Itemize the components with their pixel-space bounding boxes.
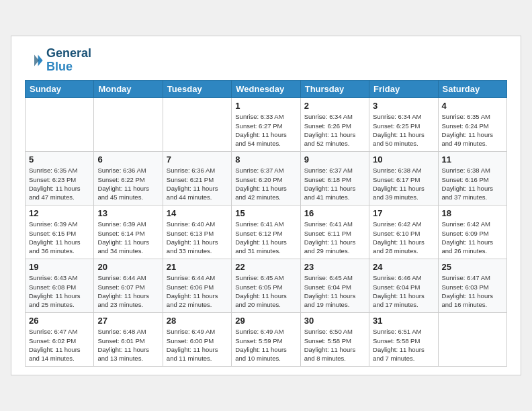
weekday-sunday: Sunday: [26, 81, 94, 98]
day-cell: 8Sunrise: 6:37 AM Sunset: 6:20 PM Daylig…: [232, 152, 300, 205]
day-cell: 26Sunrise: 6:47 AM Sunset: 6:02 PM Dayli…: [26, 313, 94, 367]
day-number: 23: [304, 262, 365, 272]
day-info: Sunrise: 6:44 AM Sunset: 6:07 PM Dayligh…: [97, 273, 159, 309]
logo-text: General Blue: [46, 47, 91, 74]
day-info: Sunrise: 6:44 AM Sunset: 6:06 PM Dayligh…: [167, 273, 228, 309]
day-info: Sunrise: 6:42 AM Sunset: 6:09 PM Dayligh…: [442, 220, 503, 255]
day-number: 28: [167, 316, 228, 326]
day-number: 30: [304, 316, 365, 326]
day-cell: 18Sunrise: 6:42 AM Sunset: 6:09 PM Dayli…: [438, 205, 506, 259]
day-number: 21: [167, 262, 228, 272]
day-number: 3: [373, 101, 434, 111]
day-number: 1: [235, 101, 296, 111]
day-cell: 2Sunrise: 6:34 AM Sunset: 6:26 PM Daylig…: [300, 98, 369, 152]
day-info: Sunrise: 6:43 AM Sunset: 6:08 PM Dayligh…: [29, 273, 90, 309]
day-number: 25: [442, 262, 503, 272]
day-info: Sunrise: 6:36 AM Sunset: 6:21 PM Dayligh…: [167, 166, 228, 201]
day-cell: 24Sunrise: 6:46 AM Sunset: 6:04 PM Dayli…: [369, 259, 438, 313]
day-cell: 12Sunrise: 6:39 AM Sunset: 6:15 PM Dayli…: [26, 205, 94, 259]
day-cell: 10Sunrise: 6:38 AM Sunset: 6:17 PM Dayli…: [369, 152, 438, 205]
day-number: 22: [235, 262, 296, 272]
day-info: Sunrise: 6:42 AM Sunset: 6:10 PM Dayligh…: [373, 220, 434, 255]
day-cell: 16Sunrise: 6:41 AM Sunset: 6:11 PM Dayli…: [300, 205, 369, 259]
day-info: Sunrise: 6:45 AM Sunset: 6:05 PM Dayligh…: [235, 273, 296, 309]
day-cell: 14Sunrise: 6:40 AM Sunset: 6:13 PM Dayli…: [163, 205, 231, 259]
day-info: Sunrise: 6:35 AM Sunset: 6:24 PM Dayligh…: [442, 112, 503, 148]
day-number: 7: [167, 154, 228, 165]
day-cell: 17Sunrise: 6:42 AM Sunset: 6:10 PM Dayli…: [369, 205, 438, 259]
day-cell: 22Sunrise: 6:45 AM Sunset: 6:05 PM Dayli…: [232, 259, 300, 313]
day-info: Sunrise: 6:37 AM Sunset: 6:20 PM Dayligh…: [235, 166, 296, 201]
weekday-friday: Friday: [369, 81, 438, 98]
day-number: 15: [235, 208, 296, 218]
day-number: 12: [29, 208, 90, 218]
weekday-saturday: Saturday: [438, 81, 506, 98]
day-info: Sunrise: 6:47 AM Sunset: 6:03 PM Dayligh…: [442, 273, 503, 309]
day-cell: 23Sunrise: 6:45 AM Sunset: 6:04 PM Dayli…: [300, 259, 369, 313]
week-row-1: 1Sunrise: 6:33 AM Sunset: 6:27 PM Daylig…: [26, 98, 507, 152]
day-number: 14: [167, 208, 228, 218]
day-info: Sunrise: 6:39 AM Sunset: 6:14 PM Dayligh…: [97, 220, 159, 255]
day-cell: 13Sunrise: 6:39 AM Sunset: 6:14 PM Dayli…: [94, 205, 163, 259]
day-info: Sunrise: 6:34 AM Sunset: 6:25 PM Dayligh…: [373, 112, 434, 148]
day-cell: 25Sunrise: 6:47 AM Sunset: 6:03 PM Dayli…: [438, 259, 506, 313]
week-row-2: 5Sunrise: 6:35 AM Sunset: 6:23 PM Daylig…: [26, 152, 507, 205]
day-cell: 21Sunrise: 6:44 AM Sunset: 6:06 PM Dayli…: [163, 259, 231, 313]
weekday-wednesday: Wednesday: [232, 81, 300, 98]
weekday-tuesday: Tuesday: [163, 81, 231, 98]
day-cell: 20Sunrise: 6:44 AM Sunset: 6:07 PM Dayli…: [94, 259, 163, 313]
day-info: Sunrise: 6:36 AM Sunset: 6:22 PM Dayligh…: [97, 166, 159, 201]
day-info: Sunrise: 6:47 AM Sunset: 6:02 PM Dayligh…: [29, 327, 90, 363]
day-number: 27: [97, 316, 159, 326]
day-info: Sunrise: 6:48 AM Sunset: 6:01 PM Dayligh…: [97, 327, 159, 363]
day-cell: 5Sunrise: 6:35 AM Sunset: 6:23 PM Daylig…: [26, 152, 94, 205]
day-info: Sunrise: 6:49 AM Sunset: 5:59 PM Dayligh…: [235, 327, 296, 363]
day-cell: 27Sunrise: 6:48 AM Sunset: 6:01 PM Dayli…: [94, 313, 163, 367]
day-number: 29: [235, 316, 296, 326]
day-cell: 29Sunrise: 6:49 AM Sunset: 5:59 PM Dayli…: [232, 313, 300, 367]
day-cell: 31Sunrise: 6:51 AM Sunset: 5:58 PM Dayli…: [369, 313, 438, 367]
day-info: Sunrise: 6:40 AM Sunset: 6:13 PM Dayligh…: [167, 220, 228, 255]
day-cell: 30Sunrise: 6:50 AM Sunset: 5:58 PM Dayli…: [300, 313, 369, 367]
day-number: 5: [29, 154, 90, 165]
day-cell: 6Sunrise: 6:36 AM Sunset: 6:22 PM Daylig…: [94, 152, 163, 205]
week-row-3: 12Sunrise: 6:39 AM Sunset: 6:15 PM Dayli…: [26, 205, 507, 259]
calendar-table: SundayMondayTuesdayWednesdayThursdayFrid…: [25, 80, 507, 367]
day-info: Sunrise: 6:34 AM Sunset: 6:26 PM Dayligh…: [304, 112, 365, 148]
day-info: Sunrise: 6:38 AM Sunset: 6:17 PM Dayligh…: [373, 166, 434, 201]
day-cell: 4Sunrise: 6:35 AM Sunset: 6:24 PM Daylig…: [438, 98, 506, 152]
day-info: Sunrise: 6:41 AM Sunset: 6:12 PM Dayligh…: [235, 220, 296, 255]
day-number: 6: [97, 154, 159, 165]
day-cell: 28Sunrise: 6:49 AM Sunset: 6:00 PM Dayli…: [163, 313, 231, 367]
day-info: Sunrise: 6:41 AM Sunset: 6:11 PM Dayligh…: [304, 220, 365, 255]
day-number: 8: [235, 154, 296, 165]
day-number: 4: [442, 101, 503, 111]
day-number: 26: [29, 316, 90, 326]
weekday-monday: Monday: [94, 81, 163, 98]
day-number: 10: [373, 154, 434, 165]
day-cell: 11Sunrise: 6:38 AM Sunset: 6:16 PM Dayli…: [438, 152, 506, 205]
day-number: 18: [442, 208, 503, 218]
weekday-header-row: SundayMondayTuesdayWednesdayThursdayFrid…: [26, 81, 507, 98]
day-info: Sunrise: 6:45 AM Sunset: 6:04 PM Dayligh…: [304, 273, 365, 309]
day-cell: [26, 98, 94, 152]
day-number: 11: [442, 154, 503, 165]
day-number: 24: [373, 262, 434, 272]
day-info: Sunrise: 6:37 AM Sunset: 6:18 PM Dayligh…: [304, 166, 365, 201]
day-info: Sunrise: 6:51 AM Sunset: 5:58 PM Dayligh…: [373, 327, 434, 363]
day-cell: [438, 313, 506, 367]
day-number: 16: [304, 208, 365, 218]
calendar-header: General Blue: [25, 47, 507, 74]
day-cell: 3Sunrise: 6:34 AM Sunset: 6:25 PM Daylig…: [369, 98, 438, 152]
day-cell: 1Sunrise: 6:33 AM Sunset: 6:27 PM Daylig…: [232, 98, 300, 152]
day-info: Sunrise: 6:49 AM Sunset: 6:00 PM Dayligh…: [167, 327, 228, 363]
day-cell: 15Sunrise: 6:41 AM Sunset: 6:12 PM Dayli…: [232, 205, 300, 259]
day-info: Sunrise: 6:38 AM Sunset: 6:16 PM Dayligh…: [442, 166, 503, 201]
day-info: Sunrise: 6:33 AM Sunset: 6:27 PM Dayligh…: [235, 112, 296, 148]
day-number: 2: [304, 101, 365, 111]
day-number: 19: [29, 262, 90, 272]
day-number: 9: [304, 154, 365, 165]
day-number: 20: [97, 262, 159, 272]
day-number: 13: [97, 208, 159, 218]
day-info: Sunrise: 6:46 AM Sunset: 6:04 PM Dayligh…: [373, 273, 434, 309]
